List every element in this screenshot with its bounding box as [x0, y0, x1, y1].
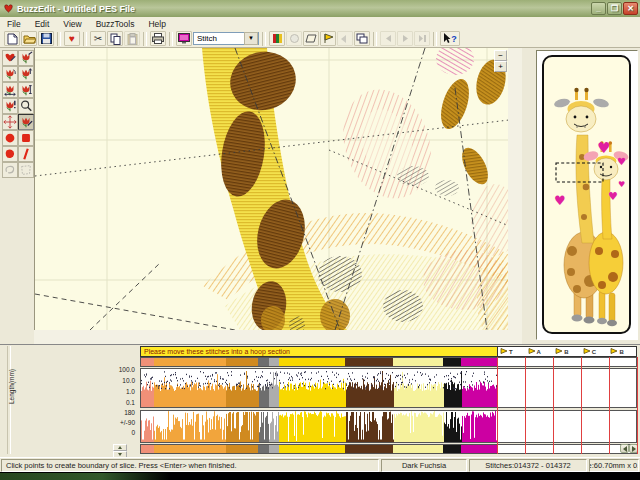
stitch-back-button: [380, 31, 396, 46]
color-segment[interactable]: [141, 445, 154, 453]
color-segment[interactable]: [154, 445, 226, 453]
flag-icon: [528, 348, 536, 355]
buzzedit-window: BuzzEdit - Untitled PES File _ ❐ ✕ File …: [0, 0, 640, 480]
hoop-icon: [305, 33, 317, 44]
hoop-overview-bar[interactable]: [140, 444, 498, 454]
hoop-tab-t[interactable]: T: [498, 347, 526, 356]
color-segment[interactable]: [141, 358, 154, 366]
print-button[interactable]: [150, 31, 166, 46]
flag-button[interactable]: [320, 31, 336, 46]
svg-text:♥: ♥: [617, 156, 626, 167]
tool-line[interactable]: [18, 146, 34, 162]
color-segment[interactable]: [269, 445, 279, 453]
hoop-button[interactable]: [303, 31, 319, 46]
tool-move-up[interactable]: [18, 66, 34, 82]
monitor-icon: [178, 33, 190, 44]
title-bar[interactable]: BuzzEdit - Untitled PES File _ ❐ ✕: [0, 0, 640, 17]
graph-scroll-right-button[interactable]: [629, 444, 638, 453]
save-disk-icon: [41, 33, 52, 44]
color-segment[interactable]: [393, 358, 443, 366]
chevron-down-icon[interactable]: ▼: [244, 32, 258, 45]
svg-text:♥: ♥: [618, 180, 625, 189]
thread-colors-button[interactable]: [269, 31, 285, 46]
app-icon: [3, 3, 14, 14]
menu-edit[interactable]: Edit: [28, 19, 57, 29]
menu-help[interactable]: Help: [141, 19, 172, 29]
minimize-button[interactable]: _: [591, 2, 606, 15]
cut-button[interactable]: ✂: [90, 31, 106, 46]
tool-select-stitch[interactable]: [18, 50, 34, 66]
color-segment[interactable]: [393, 445, 443, 453]
color-segment[interactable]: [226, 358, 259, 366]
stitch-end-icon: [417, 33, 428, 44]
tool-rotate[interactable]: [2, 66, 18, 82]
tool-mark[interactable]: [2, 98, 18, 114]
zoom-out-button[interactable]: −: [494, 50, 507, 61]
menu-view[interactable]: View: [56, 19, 88, 29]
toolbar-separator: [169, 32, 173, 46]
menu-file[interactable]: File: [0, 19, 28, 29]
graph-spin-up-button[interactable]: [113, 444, 127, 451]
graph-scroll-left-button[interactable]: [620, 444, 629, 453]
new-file-icon: [7, 33, 18, 45]
stitch-angle-graph[interactable]: [140, 410, 498, 443]
toolbar-separator: [373, 32, 377, 46]
color-segment[interactable]: [154, 358, 226, 366]
status-bar: Click points to create boundary of slice…: [0, 457, 640, 473]
zoom-in-button[interactable]: +: [494, 61, 507, 72]
color-segment[interactable]: [461, 445, 497, 453]
buzz-heart-button[interactable]: ♥: [64, 31, 80, 46]
hoop-tab-b2[interactable]: B: [608, 347, 636, 356]
tool-sew[interactable]: [18, 114, 34, 130]
stitch-length-graph[interactable]: [140, 368, 498, 408]
hoop-tab-c[interactable]: C: [581, 347, 609, 356]
status-stitch-range: Stitches:014372 - 014372: [469, 459, 587, 472]
color-segment[interactable]: [226, 445, 259, 453]
thread-color-bar[interactable]: [140, 357, 498, 367]
tool-edit-heart[interactable]: [2, 50, 18, 66]
tool-lasso: [2, 162, 18, 178]
color-segment[interactable]: [443, 358, 461, 366]
color-segment[interactable]: [258, 358, 268, 366]
new-button[interactable]: [4, 31, 20, 46]
design-canvas[interactable]: [34, 48, 509, 330]
stitch-mode-dropdown[interactable]: Stitch ▼: [193, 32, 259, 45]
color-segment[interactable]: [279, 358, 346, 366]
cascade-windows-button[interactable]: [354, 31, 370, 46]
tool-pan[interactable]: [2, 114, 18, 130]
angle-graph-extension: [498, 410, 637, 443]
tool-circle[interactable]: [2, 130, 18, 146]
color-segment[interactable]: [345, 445, 393, 453]
tool-square[interactable]: [18, 130, 34, 146]
copy-button[interactable]: [107, 31, 123, 46]
menu-buzztools[interactable]: BuzzTools: [89, 19, 142, 29]
color-segment[interactable]: [269, 358, 279, 366]
hoop-warning-message: Please move these stitches into a hoop s…: [140, 346, 498, 357]
color-segment[interactable]: [443, 445, 461, 453]
vertical-scrollbar[interactable]: [508, 48, 522, 330]
open-button[interactable]: [21, 31, 37, 46]
tool-insert[interactable]: [18, 82, 34, 98]
tick-01: 0.1: [105, 399, 135, 406]
flag-icon: [610, 348, 618, 355]
stitch-mode-value: Stitch: [197, 34, 217, 43]
color-segment[interactable]: [258, 445, 268, 453]
hoop-tab-b1[interactable]: B: [553, 347, 581, 356]
color-segment[interactable]: [461, 358, 497, 366]
save-button[interactable]: [38, 31, 54, 46]
printer-icon: [152, 33, 164, 44]
stitch-end-button: [414, 31, 430, 46]
design-window-button[interactable]: [176, 31, 192, 46]
color-segment[interactable]: [345, 358, 393, 366]
scissors-icon: ✂: [94, 33, 102, 44]
tool-blob[interactable]: [2, 146, 18, 162]
color-segment[interactable]: [279, 445, 346, 453]
horizontal-scrollbar[interactable]: [34, 330, 522, 344]
tool-stretch[interactable]: [2, 82, 18, 98]
maximize-button[interactable]: ❐: [607, 2, 622, 15]
help-button[interactable]: ?: [440, 31, 460, 46]
svg-text:♥: ♥: [597, 139, 610, 157]
close-button[interactable]: ✕: [623, 2, 638, 15]
tool-zoom[interactable]: [18, 98, 34, 114]
hoop-tab-a[interactable]: A: [526, 347, 554, 356]
